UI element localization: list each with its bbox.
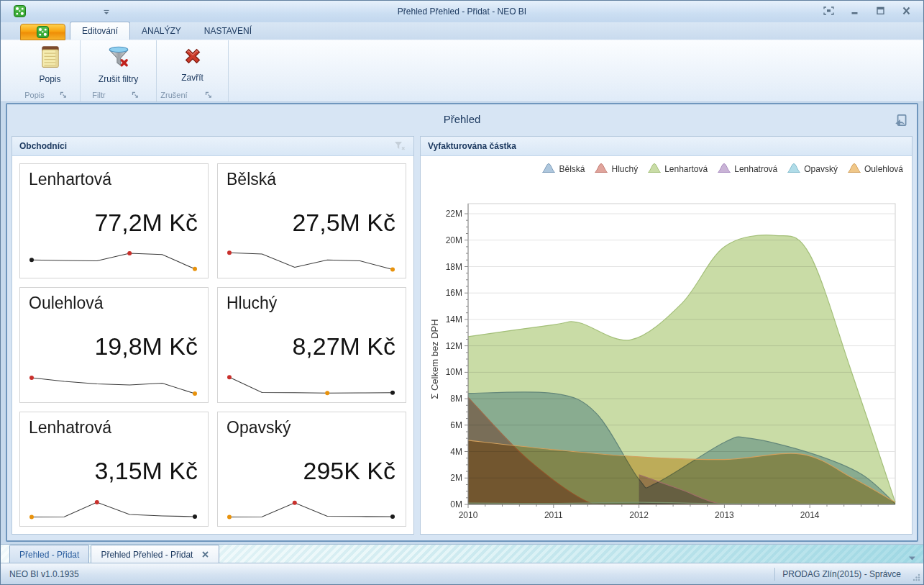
ribbon-group-caption: Zrušení [157,89,228,101]
filter-x-icon[interactable] [394,141,406,151]
app-window: Přehled Přehled - Přidat - NEO BI Editov… [0,0,924,585]
dashboard-panels: Obchodníci Lenhartová77,2M KčBělská27,5M… [12,136,912,535]
area-series-marker-icon [541,162,556,176]
zavřít-button[interactable]: Zavřít [157,40,228,88]
kpi-sparkline [27,497,201,522]
kpi-card[interactable]: Bělská27,5M Kč [217,163,406,278]
document-tab-label: Přehled - Přidat [19,550,79,560]
document-tab-2[interactable]: Přehled Přehled - Přidat [91,545,219,563]
kpi-card[interactable]: Lenhatrová3,15M Kč [19,412,209,527]
svg-text:0M: 0M [450,499,462,509]
kpi-sparkline [27,373,201,398]
kpi-card[interactable]: Opavský295K Kč [217,412,406,527]
status-separator [774,568,775,581]
svg-text:16M: 16M [446,288,462,298]
maximize-button[interactable] [873,5,887,17]
svg-text:4M: 4M [450,447,462,457]
legend-item[interactable]: Opavský [787,162,838,176]
legend-item[interactable]: Lenhatrová [717,162,777,176]
kpi-card-name: Lenhartová [29,170,199,189]
ribbon-button-label: Zavřít [181,73,203,83]
ribbon-tab-2[interactable]: ANALÝZY [130,22,193,40]
fullscreen-button[interactable] [821,5,836,17]
kpi-card-value: 27,5M Kč [292,209,395,237]
kpi-card-name: Bělská [227,170,397,189]
svg-text:8M: 8M [450,394,462,404]
window-title: Přehled Přehled - Přidat - NEO BI [1,6,923,17]
kpi-sparkline [225,497,398,522]
document-tabs-dropdown-button[interactable] [908,551,916,557]
close-button[interactable] [899,5,913,17]
legend-item[interactable]: Oulehlová [847,162,903,176]
document-tabs: Přehled - PřidatPřehled Přehled - Přidat [9,545,221,563]
group-dialog-launcher-button[interactable] [191,91,226,99]
notepad-icon [39,45,62,72]
close-red-icon [181,45,204,71]
ribbon: PopisPopisZrušit filtryFiltrZavřítZrušen… [1,40,923,102]
group-dialog-launcher-button[interactable] [49,91,78,99]
svg-text:14M: 14M [446,314,462,325]
ribbon-tab-1[interactable]: Editování [70,22,130,40]
quick-access-dropdown-button[interactable] [101,7,111,17]
kpi-card-value: 3,15M Kč [94,457,198,485]
kpi-sparkline [225,373,398,398]
status-bar: NEO BI v1.0.1935 PRODAG Zlín(2015) - Spr… [1,563,923,584]
title-bar[interactable]: Přehled Přehled - Přidat - NEO BI [1,1,923,22]
svg-text:2011: 2011 [544,510,563,520]
window-controls [821,5,913,17]
invoiced-area-chart: 0M2M4M6M8M10M12M14M16M18M20M22M201020112… [426,188,907,532]
kpi-card[interactable]: Lenhartová77,2M Kč [19,163,209,278]
legend-item[interactable]: Hluchý [594,162,638,176]
ribbon-button-label: Popis [39,74,60,84]
ribbon-tab-row: EditováníANALÝZYNASTAVENÍ [1,22,923,40]
kpi-card[interactable]: Hluchý8,27M Kč [217,287,406,402]
kpi-card-value: 295K Kč [303,457,395,485]
ribbon-group-caption: Popis [20,89,80,101]
svg-text:10M: 10M [446,367,462,377]
resize-grip[interactable] [911,572,921,582]
group-dialog-launcher-button[interactable] [117,91,154,99]
export-button[interactable] [892,112,910,129]
ribbon-button-label: Zrušit filtry [99,74,138,84]
area-series-marker-icon [717,162,731,176]
filter-clear-icon [106,45,131,72]
document-header: Přehled [7,104,917,135]
kpi-card-value: 77,2M Kč [94,209,198,237]
svg-text:2010: 2010 [459,510,478,520]
app-version-label: NEO BI v1.0.1935 [1,569,774,579]
legend-label: Bělská [559,164,585,174]
kpi-card[interactable]: Oulehlová19,8M Kč [19,287,209,402]
ribbon-group-caption-label: Popis [20,91,49,99]
svg-text:12M: 12M [446,341,462,351]
ribbon-tab-3[interactable]: NASTAVENÍ [193,22,263,40]
invoiced-panel: Vyfakturována částka BělskáHluchýLenhart… [420,136,912,535]
document-title: Přehled [7,104,917,125]
salespeople-panel-header: Obchodníci [12,137,413,156]
legend-item[interactable]: Lenhartová [647,162,708,176]
popis-button[interactable]: Popis [20,40,80,88]
legend-item[interactable]: Bělská [541,162,585,176]
document-area: Přehled Obchodníci Lenhartová77,2M KčBěl… [6,103,918,542]
legend-label: Opavský [804,164,838,174]
document-tab-1[interactable]: Přehled - Přidat [9,545,89,563]
tab-close-icon[interactable] [201,550,209,558]
legend-label: Oulehlová [864,164,903,174]
minimize-button[interactable] [847,5,861,17]
application-menu-button[interactable] [20,24,65,40]
invoiced-panel-title: Vyfakturována částka [428,141,906,151]
svg-text:20M: 20M [446,235,462,245]
kpi-card-name: Oulehlová [29,294,199,313]
legend-label: Lenhatrová [734,164,777,174]
ribbon-group: ZavřítZrušení [157,40,229,101]
ribbon-group-caption-label: Filtr [81,91,117,99]
legend-label: Lenhartová [664,164,708,174]
salespeople-panel: Obchodníci Lenhartová77,2M KčBělská27,5M… [12,136,414,535]
svg-text:18M: 18M [446,262,462,272]
area-series-marker-icon [647,162,662,176]
ribbon-group-caption-label: Zrušení [157,91,191,99]
zrušit-filtry-button[interactable]: Zrušit filtry [81,40,156,88]
kpi-card-name: Lenhatrová [29,418,199,437]
svg-text:6M: 6M [450,420,462,430]
svg-text:2012: 2012 [629,510,649,520]
app-icon[interactable] [14,5,26,17]
